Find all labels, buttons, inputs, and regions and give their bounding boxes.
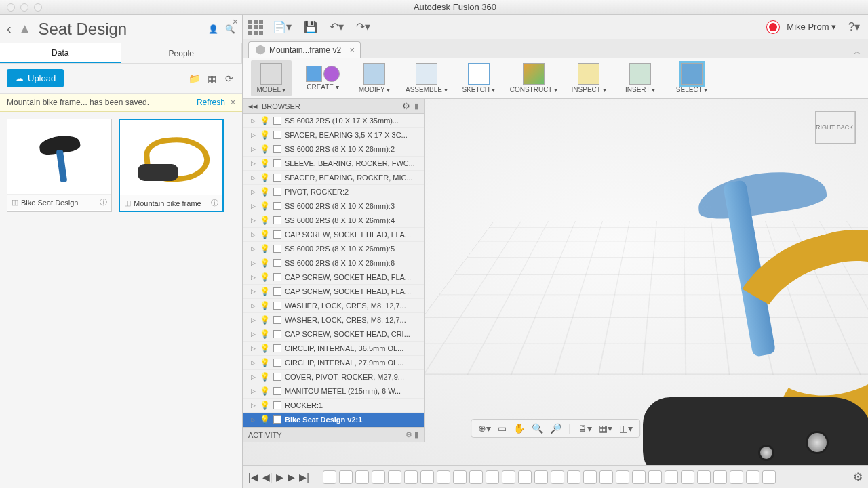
undo-icon[interactable]: ↶▾ xyxy=(327,20,347,33)
timeline-feature[interactable] xyxy=(502,470,515,484)
expand-icon[interactable]: ▷ xyxy=(251,174,256,181)
timeline-start-icon[interactable]: |◀ xyxy=(248,472,258,483)
refresh-icon[interactable]: ⟳ xyxy=(223,73,235,85)
help-icon[interactable]: ?▾ xyxy=(846,20,863,33)
expand-icon[interactable]: ▷ xyxy=(251,331,256,338)
visibility-icon[interactable]: 💡 xyxy=(260,258,270,268)
expand-icon[interactable]: ▷ xyxy=(251,302,256,309)
redo-icon[interactable]: ↷▾ xyxy=(353,20,373,33)
timeline-feature[interactable] xyxy=(420,470,434,484)
timeline-play-icon[interactable]: ▶ xyxy=(276,472,283,483)
tree-item[interactable]: ▷💡SS 6000 2RS (8 X 10 X 26mm):3 xyxy=(243,199,424,214)
visibility-icon[interactable]: 💡 xyxy=(260,415,270,424)
ribbon-sketch[interactable]: SKETCH ▾ xyxy=(458,63,499,94)
collapse-browser-icon[interactable]: ◂◂ xyxy=(248,101,258,111)
tree-item[interactable]: ▷💡CIRCLIP, INTERNAL, 36,5mm OL... xyxy=(243,342,424,356)
tree-item[interactable]: ▷💡CAP SCREW, SOCKET HEAD, FLA... xyxy=(243,270,424,285)
component-tree[interactable]: ▷💡SS 6003 2RS (10 X 17 X 35mm)...▷💡SPACE… xyxy=(243,114,424,427)
ribbon-create[interactable]: CREATE ▾ xyxy=(302,66,343,91)
people-icon[interactable]: 👤 xyxy=(208,24,218,34)
visibility-icon[interactable]: 💡 xyxy=(260,272,270,282)
visibility-icon[interactable]: 💡 xyxy=(260,173,270,182)
tree-item[interactable]: ▷💡MANITOU METEL (215mm), 6 W... xyxy=(243,384,424,399)
save-icon[interactable]: 💾 xyxy=(301,20,320,33)
user-menu[interactable]: Mike Prom ▾ xyxy=(787,22,836,32)
timeline-feature[interactable] xyxy=(681,470,694,484)
expand-icon[interactable]: ▷ xyxy=(251,345,256,352)
timeline-feature[interactable] xyxy=(632,470,646,484)
visibility-icon[interactable]: 💡 xyxy=(260,401,270,410)
look-at-icon[interactable]: ▭ xyxy=(498,423,507,434)
visibility-icon[interactable]: 💡 xyxy=(260,244,270,253)
window-controls[interactable] xyxy=(0,3,42,12)
timeline-feature[interactable] xyxy=(583,470,597,484)
tree-item[interactable]: ▷💡CAP SCREW, SOCKET HEAD, CRI... xyxy=(243,327,424,342)
fit-icon[interactable]: 🔎 xyxy=(550,423,561,434)
ribbon-construct[interactable]: CONSTRUCT ▾ xyxy=(510,63,557,94)
expand-icon[interactable]: ▷ xyxy=(251,274,256,281)
visibility-icon[interactable]: 💡 xyxy=(260,358,270,367)
minimize-window-icon[interactable] xyxy=(20,3,28,12)
timeline-fwd-icon[interactable]: ▶ xyxy=(288,472,295,483)
ribbon-inspect[interactable]: INSPECT ▾ xyxy=(568,63,609,94)
tree-item[interactable]: ▷💡CIRCLIP, INTERNAL, 27,9mm OL... xyxy=(243,356,424,370)
expand-icon[interactable]: ▷ xyxy=(251,416,256,423)
tree-item[interactable]: ▷💡COVER, PIVOT, ROCKER, M27,9... xyxy=(243,370,424,384)
tree-item[interactable]: ▷💡SS 6000 2RS (8 X 10 X 26mm):5 xyxy=(243,242,424,256)
view-cube[interactable]: RIGHT BACK xyxy=(815,111,856,144)
timeline-feature[interactable] xyxy=(599,470,613,484)
ribbon-assemble[interactable]: ASSEMBLE ▾ xyxy=(406,63,448,94)
info-icon[interactable]: ⓘ xyxy=(100,197,107,207)
activity-settings-icon[interactable]: ⚙ ▮ xyxy=(406,430,418,439)
visibility-icon[interactable]: 💡 xyxy=(260,187,270,197)
visibility-icon[interactable]: 💡 xyxy=(260,315,270,325)
tree-item[interactable]: ▷💡SS 6003 2RS (10 X 17 X 35mm)... xyxy=(243,114,424,128)
ribbon-modify[interactable]: MODIFY ▾ xyxy=(354,63,395,94)
tree-item[interactable]: ▷💡WASHER, LOCK, CRES, M8, 12,7... xyxy=(243,313,424,327)
timeline-feature[interactable] xyxy=(404,470,418,484)
timeline-feature[interactable] xyxy=(551,470,564,484)
expand-icon[interactable]: ▷ xyxy=(251,402,256,409)
display-settings-icon[interactable]: 🖥▾ xyxy=(578,423,592,434)
timeline-settings-icon[interactable]: ⚙ xyxy=(853,470,863,483)
close-tab-icon[interactable]: × xyxy=(349,45,355,55)
timeline-feature[interactable] xyxy=(388,470,401,484)
file-menu-icon[interactable]: 📄▾ xyxy=(270,20,294,33)
tree-item[interactable]: ▷💡PIVOT, ROCKER:2 xyxy=(243,185,424,199)
visibility-icon[interactable]: 💡 xyxy=(260,344,270,353)
grid-settings-icon[interactable]: ▦▾ xyxy=(599,423,612,434)
close-panel-icon[interactable]: × xyxy=(233,16,238,27)
timeline-feature[interactable] xyxy=(746,470,760,484)
zoom-icon[interactable]: 🔍 xyxy=(532,423,543,434)
tree-item[interactable]: ▷💡SS 6000 2RS (8 X 10 X 26mm):4 xyxy=(243,214,424,228)
timeline-feature[interactable] xyxy=(713,470,727,484)
timeline-feature[interactable] xyxy=(762,470,776,484)
visibility-icon[interactable]: 💡 xyxy=(260,287,270,296)
expand-icon[interactable]: ▷ xyxy=(251,288,256,295)
expand-icon[interactable]: ▷ xyxy=(251,245,256,252)
expand-icon[interactable]: ▷ xyxy=(251,359,256,366)
visibility-icon[interactable]: 💡 xyxy=(260,201,270,211)
timeline-feature[interactable] xyxy=(665,470,678,484)
visibility-icon[interactable]: 💡 xyxy=(260,301,270,310)
pan-icon[interactable]: ✋ xyxy=(513,423,525,434)
expand-icon[interactable]: ▷ xyxy=(251,217,256,224)
timeline-feature[interactable] xyxy=(323,470,336,484)
tab-data[interactable]: Data xyxy=(0,43,121,63)
visibility-icon[interactable]: 💡 xyxy=(260,216,270,225)
expand-icon[interactable]: ▷ xyxy=(251,117,256,124)
browser-pin-icon[interactable]: ▮ xyxy=(414,102,418,110)
ribbon-select[interactable]: SELECT ▾ xyxy=(671,63,712,94)
timeline-feature[interactable] xyxy=(697,470,711,484)
expand-icon[interactable]: ▷ xyxy=(251,388,256,394)
project-card[interactable]: ◫Mountain bike frameⓘ xyxy=(119,119,224,212)
dismiss-notification-icon[interactable]: × xyxy=(231,98,235,107)
tree-item[interactable]: ▷💡SPACER, BEARING, ROCKER, MIC... xyxy=(243,171,424,185)
workspace-model[interactable]: MODEL ▾ xyxy=(251,60,292,96)
tree-item[interactable]: ▷💡SS 6000 2RS (8 X 10 X 26mm):6 xyxy=(243,256,424,270)
viewport-settings-icon[interactable]: ◫▾ xyxy=(619,423,633,434)
timeline-feature[interactable] xyxy=(355,470,369,484)
visibility-icon[interactable]: 💡 xyxy=(260,230,270,239)
refresh-link[interactable]: Refresh xyxy=(197,98,225,107)
timeline-feature[interactable] xyxy=(648,470,662,484)
